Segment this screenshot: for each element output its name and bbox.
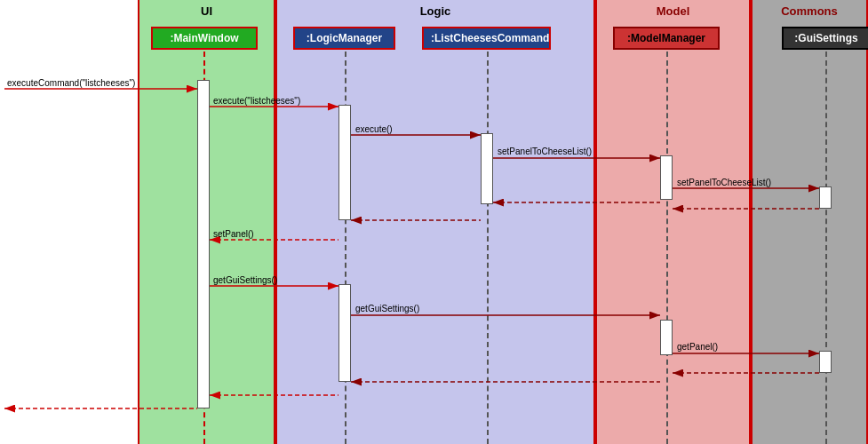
obj-gui-settings: :GuiSettings — [782, 27, 868, 50]
msg-get-panel: getPanel() — [677, 342, 718, 352]
act-gui-settings-2 — [819, 351, 832, 373]
obj-logic-manager: :LogicManager — [293, 27, 395, 50]
msg-set-panel-cheese-2: setPanelToCheeseList() — [677, 178, 771, 187]
label-model: Model — [595, 4, 751, 18]
msg-execute-listcheeses: execute("listcheeses") — [213, 96, 300, 106]
act-model-manager-2 — [660, 320, 673, 355]
act-gui-settings-1 — [819, 186, 832, 209]
act-main-window — [197, 80, 210, 408]
label-ui: UI — [138, 4, 275, 18]
lifeline-list-cheeses — [487, 52, 489, 444]
label-commons: Commons — [751, 4, 868, 18]
msg-set-panel: setPanel() — [213, 229, 254, 239]
obj-main-window: :MainWindow — [151, 27, 258, 50]
msg-get-gui-settings-2: getGuiSettings() — [355, 304, 419, 313]
msg-set-panel-cheese-1: setPanelToCheeseList() — [498, 147, 592, 156]
msg-execute: execute() — [355, 124, 393, 134]
act-model-manager-1 — [660, 155, 673, 200]
act-logic-manager-2 — [338, 284, 351, 382]
act-logic-manager-1 — [338, 105, 351, 220]
msg-execute-command: executeCommand("listcheeses") — [7, 78, 135, 88]
section-logic — [275, 0, 595, 444]
msg-get-gui-settings-1: getGuiSettings() — [213, 275, 277, 285]
lifeline-gui-settings — [825, 52, 827, 444]
section-model — [595, 0, 751, 444]
obj-list-cheeses: :ListCheesesCommand — [422, 27, 551, 50]
section-commons — [751, 0, 868, 444]
obj-model-manager: :ModelManager — [613, 27, 720, 50]
label-logic: Logic — [275, 4, 595, 18]
act-list-cheeses — [481, 133, 493, 204]
lifeline-model-manager — [666, 52, 668, 444]
